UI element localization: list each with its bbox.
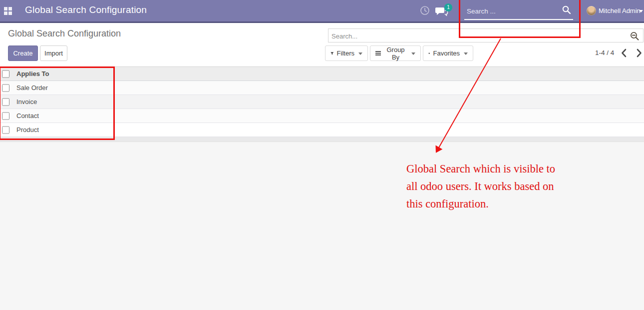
create-button-label: Create (13, 50, 32, 57)
pager-previous-icon[interactable] (619, 48, 630, 58)
list-row-product[interactable]: Product (0, 123, 644, 137)
row-label: Contact (16, 112, 39, 120)
global-search-bar (464, 3, 573, 20)
global-search-input[interactable] (466, 4, 558, 18)
filters-caret-icon (358, 52, 362, 55)
filters-button-label: Filters (337, 50, 354, 57)
breadcrumb[interactable]: Global Search Configuration (8, 28, 121, 39)
select-all-checkbox[interactable] (2, 70, 9, 78)
filter-funnel-icon (330, 50, 334, 56)
column-header-applies-to[interactable]: Applies To (16, 70, 49, 78)
favorites-caret-icon (464, 52, 468, 55)
group-by-caret-icon (411, 52, 415, 55)
pager-next-icon[interactable] (633, 48, 644, 58)
filters-button[interactable]: Filters (325, 46, 368, 61)
list-search-input[interactable] (330, 30, 612, 42)
group-by-bars-icon (375, 50, 381, 56)
import-button[interactable]: Import (40, 46, 67, 61)
list-row-invoice[interactable]: Invoice (0, 95, 644, 109)
list-footer-strip (0, 137, 644, 142)
row-label: Invoice (16, 98, 37, 106)
top-navbar: Global Search Configuration 1 Mitchell A… (0, 0, 644, 23)
control-panel: Global Search Configuration Create Impor… (0, 23, 644, 66)
apps-menu-icon[interactable] (4, 7, 12, 15)
list-row-contact[interactable]: Contact (0, 109, 644, 123)
row-checkbox[interactable] (2, 98, 9, 106)
list-row-sale-order[interactable]: Sale Order (0, 81, 644, 95)
list-search-bar (328, 28, 644, 42)
user-menu-caret-icon[interactable] (639, 10, 643, 12)
favorites-button-label: Favorites (433, 50, 460, 57)
list-view: Applies To Sale Order Invoice Contact Pr… (0, 66, 644, 142)
row-checkbox[interactable] (2, 126, 9, 134)
search-icon[interactable] (562, 6, 571, 14)
activities-clock-icon[interactable] (420, 6, 430, 16)
row-checkbox[interactable] (2, 84, 9, 92)
group-by-button-label: Group By (384, 46, 407, 61)
star-icon (428, 50, 430, 56)
app-title: Global Search Configuration (25, 4, 147, 16)
messages-count-badge[interactable]: 1 (444, 4, 452, 12)
row-checkbox[interactable] (2, 112, 9, 120)
list-header-row: Applies To (0, 66, 644, 81)
user-avatar[interactable] (587, 6, 596, 16)
favorites-button[interactable]: Favorites (423, 46, 473, 61)
row-label: Sale Order (16, 84, 48, 92)
pager-range: 1-4 / 4 (595, 49, 614, 56)
annotation-note-text: Global Search which is visible to all od… (406, 160, 581, 212)
odoo-window: Global Search Configuration 1 Mitchell A… (0, 0, 644, 310)
create-button[interactable]: Create (8, 46, 38, 61)
row-label: Product (16, 126, 39, 134)
search-options-icon[interactable] (630, 32, 640, 41)
group-by-button[interactable]: Group By (370, 46, 421, 61)
import-button-label: Import (44, 50, 63, 57)
user-menu[interactable]: Mitchell Admin (599, 7, 641, 14)
